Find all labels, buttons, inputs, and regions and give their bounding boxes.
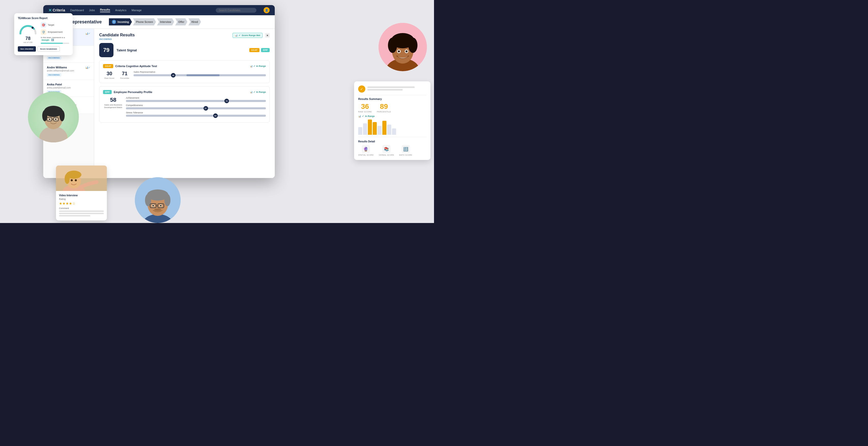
ccat-section: CCAT Criteria Cognitive Aptitude Test 📊 …	[99, 60, 270, 83]
nav-results[interactable]: Results	[100, 8, 110, 12]
bar-7	[387, 125, 391, 135]
checkmark-icon: ✓	[239, 34, 241, 37]
ccat-tag: CCAT	[249, 48, 259, 52]
ccat-bar-track: 30	[133, 74, 266, 76]
search-input[interactable]	[216, 8, 256, 13]
rs-chart-icon: 📊	[358, 115, 361, 118]
achievement-marker: 72	[224, 99, 229, 103]
bar-3	[368, 120, 372, 135]
svg-point-48	[152, 205, 154, 206]
rs-raw-score-item: 36 RAW SCORE	[358, 102, 372, 113]
teamscan-bar-fill	[41, 43, 63, 44]
ccat-raw-label: Raw Score	[103, 77, 116, 79]
epp-trait-achievement: Achievement 72	[126, 97, 266, 102]
rs-check-icon: ✓	[362, 115, 364, 118]
nav-analytics[interactable]: Analytics	[115, 9, 126, 12]
ccat-percentile-box: 71 Percentile	[118, 71, 131, 79]
spatial-label: SPATIAL SCORE	[358, 154, 374, 156]
spatial-icon: 🔮	[362, 145, 370, 153]
stage-offer[interactable]: Offer	[175, 18, 187, 25]
comment-label: Comment	[59, 207, 104, 210]
stress-bar: 64	[126, 115, 266, 117]
app-header: ☰ Sales Representative 5 Incoming Phone …	[43, 15, 275, 29]
video-title: Video Interview	[59, 194, 104, 197]
teamscan-card: TEAMscan Score Report 78 out of 100 🎯 Ta…	[14, 13, 73, 55]
teamscan-score-label: out of 100	[18, 41, 38, 43]
candidate-email-2: andre.williams@email.com	[47, 69, 90, 72]
talent-signal-score: 79	[99, 43, 114, 57]
achievement-bar: 72	[126, 100, 266, 102]
stage-hired[interactable]: Hired	[188, 18, 201, 25]
rs-summary-title: Results Summary	[358, 97, 426, 100]
svg-point-50	[154, 209, 161, 211]
incoming-count: 5	[112, 20, 116, 24]
see-checklist-button[interactable]: See checklist	[18, 46, 36, 52]
candidate-badge-1: INCOMING	[47, 56, 61, 60]
candidate-name-2: Andre Williams	[47, 66, 67, 69]
competitiveness-marker: 57	[204, 106, 208, 110]
svg-point-35	[75, 179, 77, 181]
epp-chart-icon: 📊	[250, 91, 253, 93]
epp-section-name: Employee Personality Profile	[114, 91, 152, 94]
svg-point-25	[398, 50, 400, 52]
epp-section-tag: EPP	[103, 90, 112, 94]
bar-2	[363, 123, 367, 135]
stage-phone-screen[interactable]: Phone Screen	[133, 18, 156, 25]
logo-text: Criteria	[53, 8, 65, 12]
comment-line-3	[59, 215, 90, 216]
competitiveness-label: Competitiveness	[126, 104, 266, 106]
teamscan-emp-label: Empowerment	[48, 31, 63, 33]
close-button[interactable]: ✕	[265, 33, 270, 38]
stage-incoming[interactable]: 5 Incoming	[109, 18, 132, 25]
ccat-in-range-label: In Range	[256, 65, 266, 67]
nav-dashboard[interactable]: Dashboard	[70, 9, 84, 12]
candidate-check-icon-0: 📊✓	[85, 32, 90, 35]
epp-traits: Achievement 72 Competitiveness 57	[126, 97, 266, 119]
nav-jobs[interactable]: Jobs	[89, 9, 95, 12]
math-icon: 🔢	[402, 145, 410, 153]
man-photo	[135, 177, 181, 223]
nav-bar: ✕ Criteria Dashboard Jobs Results Analyt…	[43, 5, 275, 15]
bar-6	[382, 121, 386, 135]
ccat-raw-score-box: 30 Raw Score	[103, 71, 116, 79]
svg-point-33	[65, 174, 70, 184]
verbal-icon: 📚	[382, 145, 391, 153]
ccat-chart-icon: 📊	[250, 65, 253, 67]
candidate-item-2[interactable]: Andre Williams 📊✓ andre.williams@email.c…	[43, 63, 94, 80]
rs-in-range-badge: 📊 ✓ In Range	[358, 115, 426, 118]
video-thumbnail	[56, 165, 107, 191]
ccat-section-tag: CCAT	[103, 64, 113, 68]
rs-header: ✓	[358, 86, 426, 93]
rs-checkmark-icon: ✓	[358, 86, 365, 93]
interview-label: Interview	[160, 21, 171, 23]
rs-raw-label: RAW SCORE	[358, 110, 372, 113]
score-breakdown-button[interactable]: Score breakdown	[37, 46, 60, 52]
ccat-percentile: 71	[118, 71, 131, 76]
stress-label: Stress Tolerance	[126, 112, 266, 114]
stress-marker: 64	[213, 114, 218, 118]
video-interview-card: Video Interview Rating ★★★★☆ Comment	[56, 165, 107, 220]
epp-score-box: 58 Sales and Business Development Match	[103, 97, 123, 109]
offer-label: Offer	[178, 21, 184, 23]
ccat-percentile-label: Percentile	[118, 77, 131, 79]
comment-line-1	[59, 211, 104, 212]
candidate-email-3: anika.patel@email.com	[47, 87, 90, 89]
logo: ✕ Criteria	[48, 8, 65, 13]
rs-percentile-label: PERCENTILE	[377, 110, 391, 113]
info-icon: ℹ️	[51, 39, 54, 41]
shield-icon: 🛡️	[41, 29, 46, 35]
epp-in-range-badge: 📊 ✓ In Range	[250, 91, 266, 93]
ccat-bar-area: Sales Representative 30	[133, 71, 266, 76]
epp-section: EPP Employee Personality Profile 📊 ✓ In …	[99, 86, 270, 123]
svg-point-13	[49, 119, 50, 120]
ccat-bar-range	[186, 74, 220, 76]
stage-interview[interactable]: Interview	[157, 18, 174, 25]
results-panel: Candidate Results INCOMING 📊 ✓ Score Ran…	[94, 29, 275, 178]
stars-display: ★★★★☆	[59, 201, 104, 205]
rs-detail-section: Results Detail 🔮 SPATIAL SCORE 📚 VERBAL …	[358, 140, 426, 156]
ccat-in-range-badge: 📊 ✓ In Range	[250, 65, 266, 67]
user-avatar: 👤	[264, 7, 270, 13]
math-label: MATH SCORE	[399, 154, 412, 156]
svg-point-34	[71, 179, 73, 181]
nav-manage[interactable]: Manage	[131, 9, 142, 12]
